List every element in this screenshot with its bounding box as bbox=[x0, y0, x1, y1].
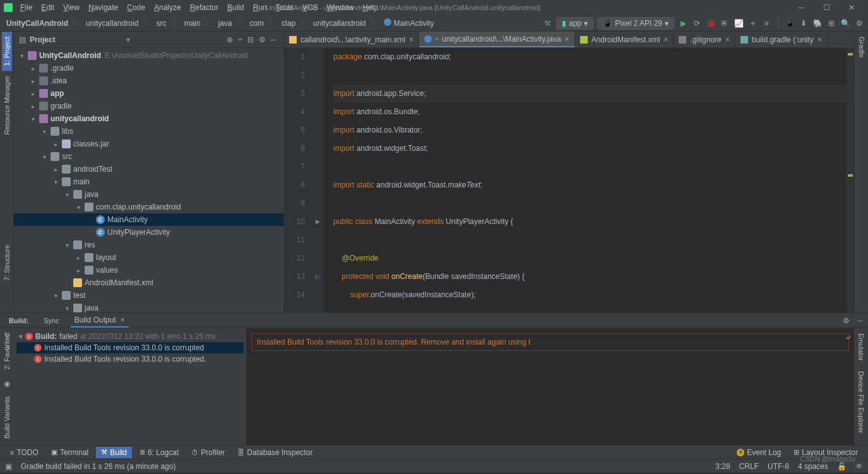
todo-tab[interactable]: ≡ TODO bbox=[5, 447, 44, 458]
run-button[interactable]: ▶ bbox=[678, 18, 688, 28]
settings-icon[interactable]: ⚙ bbox=[854, 18, 864, 28]
build-error-row[interactable]: ! Installed Build Tools revision 33.0.0 … bbox=[16, 353, 244, 365]
inspection-eye-icon[interactable]: 👁 bbox=[855, 462, 863, 471]
build-variants-tab[interactable]: Build Variants bbox=[2, 391, 12, 444]
build-root-row[interactable]: ▾ ! Build: failed at 2022/7/12 13:22 wit… bbox=[16, 331, 244, 342]
favorites-tab[interactable]: 2: Favorites bbox=[2, 328, 12, 374]
tree-root[interactable]: UnityCallAndroid E:\AndroidStudioProject… bbox=[14, 49, 283, 62]
tree-row[interactable]: libs bbox=[14, 125, 283, 138]
db-inspector-tab[interactable]: 🗄 Database Inspector bbox=[232, 447, 318, 458]
code-line[interactable] bbox=[333, 158, 847, 176]
menu-help[interactable]: Help bbox=[359, 2, 382, 13]
breadcrumb-item[interactable]: unitycallandroid bbox=[311, 18, 368, 29]
project-view-dropdown-icon[interactable]: ▾ bbox=[126, 35, 130, 44]
event-log-tab[interactable]: 5 Event Log bbox=[732, 447, 786, 458]
select-opened-icon[interactable]: ⊕ bbox=[224, 35, 235, 44]
breadcrumb-item[interactable]: UnityCallAndroid bbox=[4, 18, 71, 29]
bookmarks-icon[interactable]: ◉ bbox=[4, 379, 10, 388]
build-output-tab[interactable]: Build Output × bbox=[71, 314, 129, 328]
tree-row[interactable]: unitycallandroid bbox=[14, 112, 283, 125]
menu-view[interactable]: View bbox=[59, 2, 83, 13]
code-line[interactable]: @Override bbox=[333, 249, 847, 268]
build-error-row[interactable]: ! Installed Build Tools revision 33.0.0 … bbox=[16, 342, 244, 353]
build-tab[interactable]: ⚒ Build bbox=[96, 447, 132, 458]
breadcrumb-item[interactable]: unitycallandroid bbox=[83, 18, 141, 29]
file-encoding[interactable]: UTF-8 bbox=[768, 462, 789, 471]
code-editor[interactable]: 1234567891011121314 ▶o↑ package com.clap… bbox=[284, 48, 854, 312]
editor-tab[interactable]: AndroidManifest.xml× bbox=[575, 32, 674, 47]
menu-build[interactable]: Build bbox=[223, 2, 248, 13]
tree-row[interactable]: res bbox=[14, 239, 283, 251]
project-view-title[interactable]: Project bbox=[30, 35, 124, 44]
sync-gradle-icon[interactable]: 🐘 bbox=[812, 18, 823, 28]
code-line[interactable]: protected void onCreate(Bundle savedInst… bbox=[333, 268, 847, 286]
minimize-button[interactable]: ─ bbox=[788, 0, 814, 15]
menu-code[interactable]: Code bbox=[123, 2, 149, 13]
menu-run[interactable]: Run bbox=[249, 2, 271, 13]
logcat-tab[interactable]: ≣ 6: Logcat bbox=[134, 447, 184, 458]
code-line[interactable]: import static android.widget.Toast.makeT… bbox=[333, 176, 847, 194]
indent-config[interactable]: 4 spaces bbox=[798, 462, 828, 471]
code-line[interactable]: package com.clap.unitycallandroid; bbox=[333, 48, 847, 66]
tool-window-quick-access-icon[interactable]: ▣ bbox=[5, 462, 12, 471]
tree-row[interactable]: java bbox=[14, 188, 283, 201]
project-tab[interactable]: 1: Project bbox=[2, 32, 12, 71]
sync-tab[interactable]: Sync bbox=[40, 315, 62, 326]
avd-icon[interactable]: 📱 bbox=[785, 18, 795, 28]
tab-close-icon[interactable]: × bbox=[817, 35, 822, 44]
profiler-icon[interactable]: 📈 bbox=[734, 18, 744, 28]
breadcrumb-item[interactable]: MainActivity bbox=[381, 17, 437, 29]
tree-row[interactable]: classes.jar bbox=[14, 138, 283, 150]
hide-icon[interactable]: ─ bbox=[268, 35, 279, 44]
sdk-icon[interactable]: ⬇ bbox=[799, 18, 809, 28]
project-tree[interactable]: UnityCallAndroid E:\AndroidStudioProject… bbox=[14, 48, 283, 312]
close-button[interactable]: ✕ bbox=[839, 0, 864, 15]
menu-vcs[interactable]: VCS bbox=[299, 2, 322, 13]
breadcrumb-item[interactable]: java bbox=[215, 18, 234, 29]
menu-navigate[interactable]: Navigate bbox=[85, 2, 122, 13]
build-output-console[interactable]: Installed Build Tools revision 33.0.0 is… bbox=[246, 328, 854, 445]
device-selector[interactable]: 📱Pixel 2 API 29▾ bbox=[597, 17, 674, 30]
tree-row[interactable]: .gradle bbox=[14, 62, 283, 74]
editor-tab[interactable]: build.gradle (:unity× bbox=[735, 32, 828, 47]
tree-row[interactable]: CMainActivity bbox=[14, 213, 283, 226]
settings-gear-icon[interactable]: ⚙ bbox=[256, 35, 268, 44]
tree-row[interactable]: CUnityPlayerActivity bbox=[14, 226, 283, 239]
tab-close-icon[interactable]: × bbox=[663, 35, 668, 44]
search-icon[interactable]: 🔍 bbox=[840, 18, 850, 28]
code-line[interactable]: public class MainActivity extends UnityP… bbox=[333, 213, 847, 231]
structure-tab[interactable]: 7: Structure bbox=[2, 240, 12, 286]
menu-refactor[interactable]: Refactor bbox=[186, 2, 222, 13]
gradle-tab[interactable]: Gradle bbox=[857, 32, 867, 62]
profiler-tab[interactable]: ⏱ Profiler bbox=[186, 447, 230, 458]
tree-row[interactable]: com.clap.unitycallandroid bbox=[14, 201, 283, 213]
error-stripe[interactable] bbox=[847, 48, 854, 312]
editor-tab[interactable]: callandroid\...\activity_main.xml× bbox=[284, 32, 419, 47]
soft-wrap-icon[interactable]: ⤶ bbox=[845, 333, 852, 342]
code-line[interactable]: import android.os.Bundle; bbox=[333, 103, 847, 121]
menu-analyze[interactable]: Analyze bbox=[150, 2, 185, 13]
editor-tab[interactable]: .gitignore× bbox=[674, 32, 735, 47]
tree-row[interactable]: androidTest bbox=[14, 163, 283, 175]
emulator-tab[interactable]: Emulator bbox=[856, 328, 866, 366]
tree-row[interactable]: gradle bbox=[14, 100, 283, 112]
apply-changes-icon[interactable]: ⟳ bbox=[692, 18, 702, 28]
build-tree[interactable]: ▾ ! Build: failed at 2022/7/12 13:22 wit… bbox=[14, 328, 246, 445]
tree-row[interactable]: layout bbox=[14, 251, 283, 264]
resource-manager-tab[interactable]: Resource Manager bbox=[2, 71, 12, 140]
code-line[interactable] bbox=[333, 194, 847, 213]
stripe-warning[interactable] bbox=[848, 174, 853, 177]
inspection-indicator[interactable] bbox=[848, 53, 853, 56]
run-config-selector[interactable]: ▮app▾ bbox=[556, 17, 593, 30]
code-content[interactable]: package com.clap.unitycallandroid;import… bbox=[324, 48, 847, 312]
code-line[interactable]: super.onCreate(savedInstanceState); bbox=[333, 286, 847, 304]
tab-close-icon[interactable]: × bbox=[565, 35, 569, 44]
caret-position[interactable]: 3:28 bbox=[715, 462, 730, 471]
readonly-lock-icon[interactable]: 🔓 bbox=[837, 462, 847, 471]
tree-row[interactable]: app bbox=[14, 87, 283, 100]
tree-row[interactable]: AndroidManifest.xml bbox=[14, 276, 283, 289]
menu-tools[interactable]: Tools bbox=[272, 2, 297, 13]
menu-file[interactable]: File bbox=[16, 2, 36, 13]
breadcrumb-item[interactable]: main bbox=[181, 18, 203, 29]
code-line[interactable]: import android.app.Service; bbox=[333, 85, 847, 103]
